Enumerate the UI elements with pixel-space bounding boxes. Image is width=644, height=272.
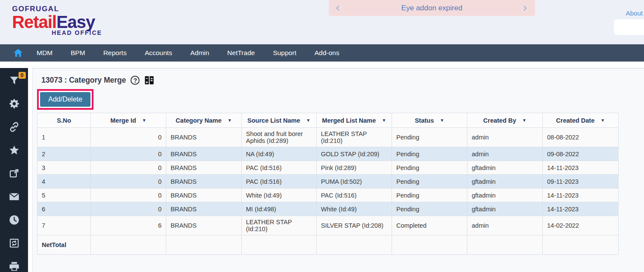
cell-sno: 1 xyxy=(37,128,91,147)
cell-created-date: 09-11-2023 xyxy=(543,175,619,189)
logo-subtitle: HEAD OFFICE xyxy=(52,30,102,36)
table-body: 1 0 BRANDS Shoot and fruit borer Aphids … xyxy=(37,128,619,235)
column-header-label: Merged List Name xyxy=(322,117,376,124)
nav-item[interactable]: Accounts xyxy=(136,49,181,57)
cell-created-date: 14-11-2023 xyxy=(543,161,619,175)
cell-created-by: gftadmin xyxy=(467,189,543,202)
table-row[interactable]: 4 0 BRANDS PAC (Id:516) PUMA (Id:502) Pe… xyxy=(37,175,619,189)
add-delete-button[interactable]: Add/Delete xyxy=(40,92,90,107)
cell-created-by: admin xyxy=(467,216,543,235)
nav-item[interactable]: MDM xyxy=(28,49,62,57)
cell-merge-id: 0 xyxy=(91,147,166,161)
header-search-box[interactable] xyxy=(614,19,644,35)
left-sidebar: 0 xyxy=(0,68,28,272)
cell-status: Pending xyxy=(392,175,467,189)
home-icon[interactable] xyxy=(9,48,28,58)
cell-created-date: 09-08-2022 xyxy=(543,147,619,161)
column-header[interactable]: Merged List Name ▼ xyxy=(317,113,392,128)
column-header[interactable]: Status ▼ xyxy=(392,113,467,128)
table-header-row: S.No Merge Id ▼ xyxy=(37,113,619,128)
link-icon[interactable] xyxy=(9,121,20,133)
nav-item[interactable]: Add-ons xyxy=(305,49,348,57)
cell-source-list-name: LEATHER STAP (Id:210) xyxy=(242,216,317,235)
main-panel: 13073 : Category Merge ? Add/Delete xyxy=(32,68,644,272)
about-link[interactable]: About xyxy=(626,9,643,17)
nav-item[interactable]: NetTrade xyxy=(218,49,264,57)
column-header-label: Source List Name xyxy=(247,117,300,124)
cell-status: Pending xyxy=(392,161,467,175)
cell-source-list-name: PAC (Id:516) xyxy=(242,161,317,175)
nav-item[interactable]: Admin xyxy=(181,49,218,57)
table-row[interactable]: 2 0 BRANDS NA (Id:49) GOLD STAP (Id:209)… xyxy=(37,147,619,161)
column-header-label: Created By xyxy=(483,117,516,124)
cell-source-list-name: MI (Id:498) xyxy=(242,202,317,216)
column-header[interactable]: Merge Id ▼ xyxy=(91,113,166,128)
cell-merge-id: 0 xyxy=(91,128,166,147)
favorites-icon[interactable] xyxy=(9,145,20,156)
sort-caret-icon[interactable]: ▼ xyxy=(382,118,386,123)
sort-caret-icon[interactable]: ▼ xyxy=(306,118,311,123)
sync-window-icon[interactable] xyxy=(9,238,20,249)
settings-icon[interactable] xyxy=(9,98,20,109)
cell-source-list-name: White (Id:49) xyxy=(242,189,317,202)
table-row[interactable]: 7 6 BRANDS LEATHER STAP (Id:210) SILVER … xyxy=(37,216,619,235)
filter-icon[interactable]: 0 xyxy=(9,75,20,86)
cell-merged-list-name: LEATHER STAP (Id:210) xyxy=(317,128,392,147)
cell-source-list-name: NA (Id:49) xyxy=(242,147,317,161)
sort-caret-icon[interactable]: ▼ xyxy=(600,118,605,123)
cell-merged-list-name: Pink (Id:289) xyxy=(317,161,392,175)
chevron-right-icon[interactable] xyxy=(521,4,529,12)
cell-category-name: BRANDS xyxy=(166,147,242,161)
cell-status: Pending xyxy=(392,147,467,161)
history-icon[interactable] xyxy=(9,214,20,226)
cell-status: Pending xyxy=(392,189,467,202)
table-row[interactable]: 5 0 BRANDS White (Id:49) PAC (Id:516) Pe… xyxy=(37,189,619,202)
sort-caret-icon[interactable]: ▼ xyxy=(522,118,526,123)
net-total-label: NetTotal xyxy=(37,235,91,255)
column-header[interactable]: Created Date ▼ xyxy=(543,113,619,128)
cell-status: Pending xyxy=(392,202,467,216)
cell-merge-id: 0 xyxy=(91,175,166,189)
cell-category-name: BRANDS xyxy=(166,175,242,189)
cell-sno: 2 xyxy=(37,147,91,161)
cell-created-by: gftadmin xyxy=(467,175,543,189)
column-header[interactable]: Source List Name ▼ xyxy=(242,113,317,128)
mail-icon[interactable] xyxy=(9,191,20,202)
column-header[interactable]: Created By ▼ xyxy=(467,113,543,128)
nav-item[interactable]: Support xyxy=(264,49,305,57)
print-icon[interactable] xyxy=(9,261,20,272)
cell-source-list-name: PAC (Id:516) xyxy=(242,175,317,189)
logo-product-text: RetailEasy xyxy=(12,13,102,31)
category-merge-table-wrap: S.No Merge Id ▼ xyxy=(37,113,644,255)
notification-banner: Eye addon expired xyxy=(329,0,535,16)
cell-merge-id: 0 xyxy=(91,189,166,202)
app-logo: GOFRUGAL RetailEasy HEAD OFFICE xyxy=(12,5,102,36)
table-row[interactable]: 6 0 BRANDS MI (Id:498) White (Id:49) Pen… xyxy=(37,202,619,216)
top-header: GOFRUGAL RetailEasy HEAD OFFICE Eye addo… xyxy=(0,0,644,44)
cell-category-name: BRANDS xyxy=(166,128,242,147)
column-header[interactable]: S.No xyxy=(37,113,91,128)
cell-sno: 4 xyxy=(37,175,91,189)
cell-category-name: BRANDS xyxy=(166,161,242,175)
share-icon[interactable] xyxy=(9,168,20,179)
nav-items: MDM BPM Reports Accounts Admin NetTrade … xyxy=(28,49,348,57)
table-row[interactable]: 1 0 BRANDS Shoot and fruit borer Aphids … xyxy=(37,128,619,147)
chevron-left-icon[interactable] xyxy=(335,4,342,12)
column-header[interactable]: Category Name ▼ xyxy=(166,113,242,128)
table-row[interactable]: 3 0 BRANDS PAC (Id:516) Pink (Id:289) Pe… xyxy=(37,161,619,175)
cell-created-date: 14-11-2023 xyxy=(543,189,619,202)
sort-caret-icon[interactable]: ▼ xyxy=(440,118,444,123)
content-area: 0 13073 : Category Merge ? xyxy=(0,62,644,272)
logo-brand-text: GOFRUGAL xyxy=(12,5,102,12)
nav-item[interactable]: BPM xyxy=(62,49,94,57)
cell-sno: 3 xyxy=(37,161,91,175)
cell-category-name: BRANDS xyxy=(166,189,242,202)
banner-message: Eye addon expired xyxy=(401,4,463,12)
nav-item[interactable]: Reports xyxy=(94,49,136,57)
help-icon[interactable]: ? xyxy=(131,76,140,85)
column-header-label: S.No xyxy=(57,117,71,124)
sort-caret-icon[interactable]: ▼ xyxy=(142,118,146,123)
shortcut-keys-icon[interactable] xyxy=(144,75,154,85)
cell-sno: 7 xyxy=(37,216,91,235)
sort-caret-icon[interactable]: ▼ xyxy=(227,118,232,123)
